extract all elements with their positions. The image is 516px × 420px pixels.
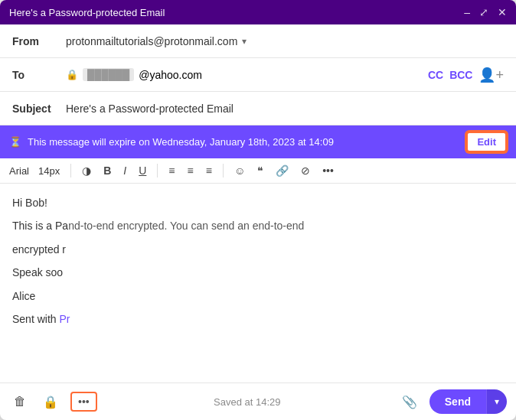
from-row: From protonmailtutorials@protonmail.com … <box>0 24 516 58</box>
formatting-toolbar: Arial 14px ◑ B I U ≡ ≡ ≡ ☺ ❝ 🔗 ⊘ ••• <box>0 158 516 184</box>
cc-bcc-area: CC BCC 👤+ <box>428 67 504 83</box>
attach-file-button[interactable]: 📎 <box>397 392 422 412</box>
editor-area[interactable]: Hi Bob! This is a Pand-to-end encrypted.… <box>0 184 516 383</box>
subject-label: Subject <box>12 103 66 115</box>
from-address: protonmailtutorials@protonmail.com <box>66 35 237 47</box>
to-domain: @yahoo.com <box>139 69 202 81</box>
to-row: To 🔒 ██████ @yahoo.com CC BCC 👤+ <box>0 58 516 92</box>
from-label: From <box>12 35 66 47</box>
to-blurred: ██████ <box>83 68 134 81</box>
lock-icon: 🔒 <box>66 69 78 80</box>
font-size[interactable]: 14px <box>38 165 60 177</box>
editor-content: Hi Bob! This is a Pand-to-end encrypted.… <box>12 194 504 327</box>
hourglass-icon: ⏳ <box>9 136 21 148</box>
editor-line-5: Alice <box>12 288 504 304</box>
restore-button[interactable]: ⤢ <box>479 7 488 18</box>
bottom-bar: 🗑 🔒 ••• Saved at 14:29 📎 Send ▾ <box>0 383 516 420</box>
bold-button[interactable]: B <box>100 163 114 178</box>
to-value: 🔒 ██████ @yahoo.com <box>66 68 428 81</box>
toolbar-separator-2 <box>157 164 158 177</box>
unordered-list-button[interactable]: ≡ <box>165 163 178 178</box>
italic-button[interactable]: I <box>120 163 129 178</box>
delete-button[interactable]: 🗑 <box>9 392 31 412</box>
more-toolbar-button[interactable]: ••• <box>319 163 337 178</box>
add-contact-icon[interactable]: 👤+ <box>478 67 504 83</box>
to-label: To <box>12 69 66 81</box>
cc-button[interactable]: CC <box>428 69 443 81</box>
more-options-button[interactable]: ••• <box>70 392 97 412</box>
contrast-button[interactable]: ◑ <box>79 163 94 178</box>
font-name[interactable]: Arial <box>9 165 29 177</box>
compose-window: Here's a Password-protected Email – ⤢ ✕ … <box>0 0 516 420</box>
subject-row: Subject Here's a Password-protected Emai… <box>0 92 516 125</box>
send-button-group: Send ▾ <box>429 389 507 414</box>
quote-button[interactable]: ❝ <box>254 163 266 178</box>
window-controls: – ⤢ ✕ <box>464 7 507 18</box>
from-dropdown-arrow[interactable]: ▾ <box>242 36 247 47</box>
link-button[interactable]: 🔗 <box>273 163 292 178</box>
underline-button[interactable]: U <box>136 163 149 178</box>
saved-status: Saved at 14:29 <box>105 396 390 408</box>
expiry-message: This message will expire on Wednesday, J… <box>28 136 334 148</box>
titlebar: Here's a Password-protected Email – ⤢ ✕ <box>0 0 516 24</box>
toolbar-separator-1 <box>70 164 71 177</box>
expiry-text: ⏳ This message will expire on Wednesday,… <box>9 136 334 148</box>
expiry-banner: ⏳ This message will expire on Wednesday,… <box>0 125 516 158</box>
send-button[interactable]: Send <box>429 389 486 414</box>
emoji-button[interactable]: ☺ <box>231 163 248 178</box>
editor-line-1: Hi Bob! <box>12 194 504 211</box>
editor-line-3: encrypted r <box>12 241 504 258</box>
send-dropdown-button[interactable]: ▾ <box>486 389 507 414</box>
editor-line-4: Speak soo <box>12 264 504 281</box>
close-button[interactable]: ✕ <box>498 7 507 18</box>
align-button[interactable]: ≡ <box>203 163 215 178</box>
ordered-list-button[interactable]: ≡ <box>185 163 197 178</box>
window-title: Here's a Password-protected Email <box>9 7 165 18</box>
from-value[interactable]: protonmailtutorials@protonmail.com ▾ <box>66 35 504 47</box>
bcc-button[interactable]: BCC <box>449 69 472 81</box>
editor-line-2: This is a Pand-to-end encrypted. You can… <box>12 217 504 234</box>
compose-body: From protonmailtutorials@protonmail.com … <box>0 24 516 420</box>
subject-value[interactable]: Here's a Password-protected Email <box>66 103 504 115</box>
edit-expiry-button[interactable]: Edit <box>466 132 507 152</box>
clear-format-button[interactable]: ⊘ <box>298 163 313 178</box>
toolbar-separator-3 <box>223 164 224 177</box>
minimize-button[interactable]: – <box>464 7 470 18</box>
lock-button[interactable]: 🔒 <box>38 392 63 412</box>
editor-line-6: Sent with Pr <box>12 311 504 327</box>
